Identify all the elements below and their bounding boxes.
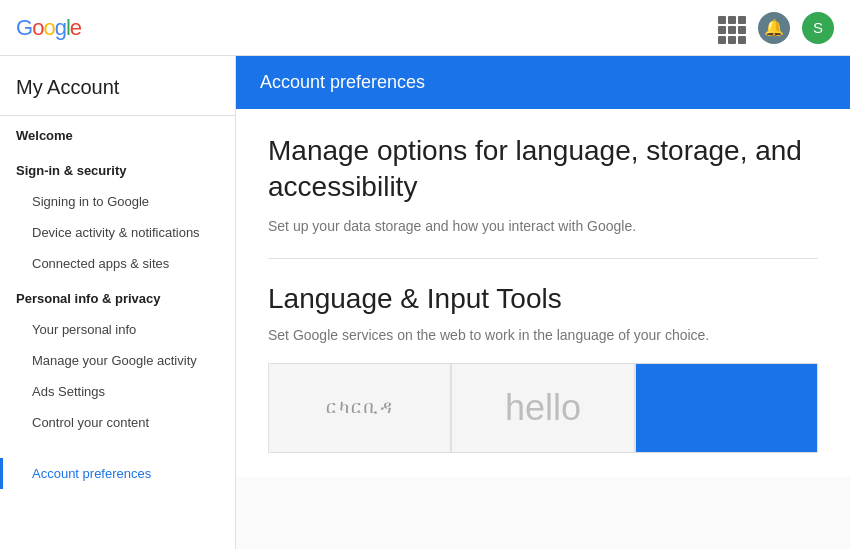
header-right: 🔔 S [714, 12, 834, 44]
sidebar-section-welcome: Welcome [0, 116, 235, 151]
section-divider [268, 258, 818, 259]
lang-card-accent [635, 363, 818, 453]
logo-o1: o [32, 15, 43, 41]
logo-e: e [70, 15, 81, 41]
sidebar-section-personal: Personal info & privacy [0, 279, 235, 314]
sidebar-item-your-personal-info[interactable]: Your personal info [0, 314, 235, 345]
sidebar-item-connected-apps[interactable]: Connected apps & sites [0, 248, 235, 279]
sidebar-section-header-welcome: Welcome [16, 128, 219, 143]
avatar[interactable]: S [802, 12, 834, 44]
sidebar-item-manage-google-activity[interactable]: Manage your Google activity [0, 345, 235, 376]
main-layout: My Account Welcome Sign-in & security Si… [0, 56, 850, 549]
logo-o2: o [43, 15, 54, 41]
sidebar-item-ads-settings[interactable]: Ads Settings [0, 376, 235, 407]
apps-grid-icon[interactable] [714, 12, 746, 44]
content-header-title: Account preferences [260, 72, 425, 92]
sidebar-item-control-content[interactable]: Control your content [0, 407, 235, 438]
app-header: Google 🔔 S [0, 0, 850, 56]
main-subtext: Set up your data storage and how you int… [268, 218, 818, 234]
hello-text: hello [505, 387, 581, 429]
notifications-icon[interactable]: 🔔 [758, 12, 790, 44]
lang-card-script: ርካርቢዳ [268, 363, 451, 453]
language-card-row: ርካርቢዳ hello [268, 363, 818, 453]
logo-g: G [16, 15, 32, 41]
sidebar-section-header-signin: Sign-in & security [16, 163, 219, 178]
google-logo: Google [16, 15, 81, 41]
content-header: Account preferences [236, 56, 850, 109]
logo-g2: g [55, 15, 66, 41]
sidebar-item-account-preferences[interactable]: Account preferences [0, 458, 235, 489]
content-body: Manage options for language, storage, an… [236, 109, 850, 477]
sidebar: My Account Welcome Sign-in & security Si… [0, 56, 236, 549]
sidebar-section-signin: Sign-in & security [0, 151, 235, 186]
sidebar-section-account-prefs [0, 438, 235, 458]
content-area: Account preferences Manage options for l… [236, 56, 850, 549]
sidebar-item-signing-in[interactable]: Signing in to Google [0, 186, 235, 217]
header-left: Google [16, 15, 81, 41]
sidebar-item-device-activity[interactable]: Device activity & notifications [0, 217, 235, 248]
section2-subtext: Set Google services on the web to work i… [268, 327, 818, 343]
main-heading: Manage options for language, storage, an… [268, 133, 818, 206]
sidebar-section-header-personal: Personal info & privacy [16, 291, 219, 306]
script-text: ርካርቢዳ [326, 397, 394, 418]
section2-heading: Language & Input Tools [268, 283, 818, 315]
lang-card-hello: hello [451, 363, 634, 453]
sidebar-title: My Account [0, 56, 235, 116]
